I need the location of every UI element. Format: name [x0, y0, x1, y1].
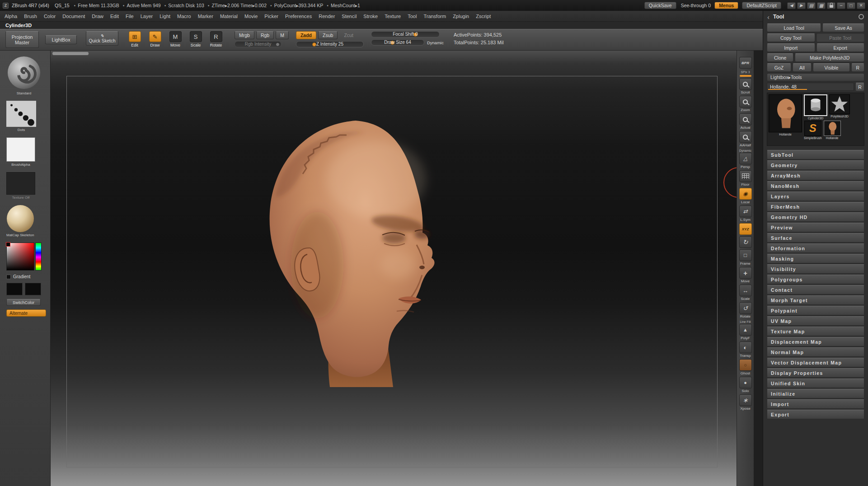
goz-all-button[interactable]: All: [793, 63, 812, 72]
import-button[interactable]: Import: [767, 43, 815, 52]
tool-thumb-cylinder3d[interactable]: Cylinder3D: [804, 94, 827, 120]
menu-item-stroke[interactable]: Stroke: [363, 14, 378, 19]
document-canvas[interactable]: [51, 51, 737, 486]
titlebar-icon-tray-left[interactable]: [787, 2, 796, 9]
goz-button[interactable]: GoZ: [767, 63, 791, 72]
menu-item-color[interactable]: Color: [44, 14, 56, 19]
menus-button[interactable]: Menus: [714, 2, 738, 9]
tool-section-import[interactable]: Import: [767, 399, 864, 409]
tool-section-export[interactable]: Export: [767, 410, 864, 419]
zcut-button[interactable]: Zcut: [339, 31, 357, 39]
titlebar-icon-maximize[interactable]: [847, 2, 855, 9]
projection-master-button[interactable]: Projection Master: [5, 31, 39, 48]
tool-section-surface[interactable]: Surface: [767, 233, 864, 243]
move-mode-button[interactable]: MMove: [166, 31, 184, 47]
restore-button[interactable]: R: [855, 83, 864, 91]
tray-item-spix[interactable]: SPix 3: [740, 70, 751, 77]
tool-thumb-simplebrush[interactable]: S SimpleBrush: [804, 121, 822, 140]
tool-section-polygroups[interactable]: Polygroups: [767, 275, 864, 284]
draw-size-slider[interactable]: Draw Size 64: [371, 39, 424, 46]
zadd-button[interactable]: Zadd: [296, 31, 316, 39]
tool-thumb-hollande[interactable]: Hollande: [824, 121, 841, 140]
tray-item-lsym[interactable]: L.Sym: [739, 206, 752, 222]
alt-color-swatch[interactable]: [25, 283, 41, 295]
tool-section-vector-displacement-map[interactable]: Vector Displacement Map: [767, 358, 864, 367]
menu-item-draw[interactable]: Draw: [92, 14, 103, 19]
tray-item-frame[interactable]: Frame: [739, 249, 752, 266]
alternate-button[interactable]: Alternate: [6, 309, 46, 317]
dynamic-toggle[interactable]: Dynamic: [427, 40, 444, 45]
save-as-button[interactable]: Save As: [822, 23, 864, 32]
current-alpha[interactable]: BrushAlpha: [6, 137, 35, 167]
menu-item-tool[interactable]: Tool: [408, 14, 417, 19]
tool-section-layers[interactable]: Layers: [767, 192, 864, 201]
m-button[interactable]: M: [276, 31, 289, 39]
menu-item-edit[interactable]: Edit: [110, 14, 119, 19]
tool-section-contact[interactable]: Contact: [767, 285, 864, 294]
z-intensity-slider[interactable]: Z Intensity 25: [296, 41, 364, 47]
menu-item-movie[interactable]: Movie: [244, 14, 258, 19]
menu-item-material[interactable]: Material: [220, 14, 238, 19]
panel-menu-icon[interactable]: [859, 14, 864, 19]
saturation-value-square[interactable]: [6, 243, 34, 271]
titlebar-icon-lock[interactable]: [827, 2, 835, 9]
slider-knob[interactable]: [276, 42, 280, 47]
tool-section-geometry[interactable]: Geometry: [767, 160, 864, 170]
current-texture[interactable]: Texture Off: [6, 172, 35, 200]
tool-section-deformation[interactable]: Deformation: [767, 243, 864, 253]
tool-section-fibermesh[interactable]: FiberMesh: [767, 202, 864, 211]
draw-mode-button[interactable]: ✎Draw: [146, 31, 164, 47]
tool-section-display-properties[interactable]: Display Properties: [767, 368, 864, 378]
menu-item-marker[interactable]: Marker: [198, 14, 213, 19]
rgb-intensity-slider[interactable]: Rgb Intensity: [235, 41, 282, 47]
menu-item-light[interactable]: Light: [160, 14, 170, 19]
clone-button[interactable]: Clone: [767, 53, 793, 62]
tool-section-unified-skin[interactable]: Unified Skin: [767, 379, 864, 388]
tray-item-xyz[interactable]: [739, 223, 752, 235]
tray-item-move[interactable]: Move: [739, 267, 752, 283]
tray-item-solo[interactable]: Solo: [739, 377, 752, 393]
menu-item-alpha[interactable]: Alpha: [5, 14, 17, 19]
menu-item-zplugin[interactable]: Zplugin: [453, 14, 469, 19]
tool-section-uv-map[interactable]: UV Map: [767, 316, 864, 326]
active-tool-thumbnail[interactable]: Hollande: [769, 94, 802, 144]
tray-item-local[interactable]: Local: [739, 188, 752, 204]
tray-item-scale[interactable]: Scale: [739, 285, 752, 301]
make-polymesh3d-button[interactable]: Make PolyMesh3D: [795, 53, 864, 62]
current-stroke[interactable]: Dots: [6, 101, 36, 132]
menu-item-transform[interactable]: Transform: [423, 14, 446, 19]
see-through-slider[interactable]: See-through 0: [681, 3, 711, 8]
focal-shift-slider[interactable]: Focal Shift 0: [371, 31, 440, 37]
tray-item-polyf[interactable]: Line Fill PolyF: [739, 320, 752, 340]
mrgb-button[interactable]: Mrgb: [235, 31, 254, 39]
zsub-button[interactable]: Zsub: [318, 31, 338, 39]
tool-section-preview[interactable]: Preview: [767, 223, 864, 232]
active-tool-slider[interactable]: Hollande. 48: [767, 83, 854, 91]
secondary-color-swatch[interactable]: [6, 275, 11, 279]
quicksave-button[interactable]: QuickSave: [644, 2, 676, 9]
lightbox-tools-bar[interactable]: Lightbox▸Tools: [767, 73, 864, 81]
menu-item-layer[interactable]: Layer: [141, 14, 153, 19]
menu-item-zscript[interactable]: Zscript: [476, 14, 491, 19]
rotate-mode-button[interactable]: RRotate: [207, 31, 225, 47]
load-tool-button[interactable]: Load Tool: [767, 23, 821, 32]
goz-r-button[interactable]: R: [851, 63, 864, 72]
menu-item-macro[interactable]: Macro: [177, 14, 191, 19]
main-color-swatch[interactable]: [6, 283, 23, 295]
tool-section-normal-map[interactable]: Normal Map: [767, 347, 864, 357]
menu-item-file[interactable]: File: [126, 14, 134, 19]
tray-item-xpose[interactable]: Xpose: [739, 394, 752, 411]
copy-tool-button[interactable]: Copy Tool: [767, 33, 815, 42]
current-brush[interactable]: Standard: [6, 55, 42, 95]
menu-item-picker[interactable]: Picker: [264, 14, 278, 19]
menu-item-render[interactable]: Render: [319, 14, 335, 19]
tool-thumb-polymesh3d[interactable]: PolyMesh3D: [829, 94, 850, 118]
switch-color-button[interactable]: SwitchColor: [6, 299, 41, 306]
paste-tool-button[interactable]: Paste Tool: [816, 33, 865, 42]
tray-item-zoom[interactable]: Zoom: [739, 96, 752, 112]
tool-section-arraymesh[interactable]: ArrayMesh: [767, 171, 864, 180]
tool-section-visibility[interactable]: Visibility: [767, 264, 864, 274]
tray-item-persp[interactable]: Dynamic Persp: [739, 149, 752, 169]
tray-item-transp[interactable]: Transp: [739, 341, 752, 358]
panel-collapse-icon[interactable]: ‹: [767, 13, 769, 21]
